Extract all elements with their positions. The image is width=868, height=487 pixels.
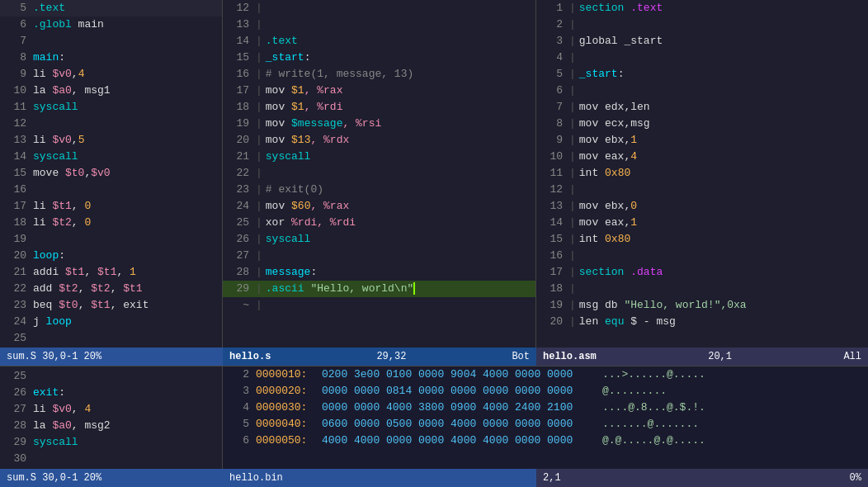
- line-content: [579, 281, 865, 297]
- code-line: 13 li $v0,5: [0, 132, 222, 149]
- line-number: 11: [540, 165, 563, 182]
- line-number: 9: [540, 132, 563, 149]
- line-content: mov $60, %rax: [266, 198, 532, 215]
- line-number: 23: [226, 182, 249, 198]
- line-content: exit:: [33, 385, 219, 401]
- line-divider: |: [256, 33, 262, 50]
- line-content: [266, 297, 532, 314]
- code-token: 5: [78, 134, 85, 146]
- line-content: [266, 17, 532, 33]
- line-content: addi $t1, $t1, 1: [33, 264, 219, 281]
- code-line: 29| .ascii "Hello, world\n": [223, 281, 535, 297]
- code-area-bottom-left[interactable]: 2526exit:27 li $v0, 428 la $a0, msg229 s…: [0, 366, 222, 467]
- line-content: [33, 33, 219, 50]
- line-content: [579, 248, 865, 264]
- code-line: 1|section .text: [536, 0, 868, 17]
- code-token: move: [33, 167, 65, 179]
- code-area-left[interactable]: 5 .text6 .globl main78main:9 li $v0,410 …: [0, 0, 222, 348]
- code-token: , %rdi: [304, 101, 343, 113]
- line-content: int 0x80: [579, 231, 865, 248]
- hex-address: 0000050:: [256, 433, 322, 449]
- code-area-middle[interactable]: 12|13|14| .text15|_start:16| # write(1, …: [223, 0, 535, 348]
- line-number: 12: [540, 182, 563, 198]
- code-token: mov: [266, 200, 291, 212]
- line-content: [33, 116, 219, 132]
- line-content: beq $t0, $t1, exit: [33, 297, 219, 314]
- hex-address: 0000040:: [256, 416, 322, 433]
- line-number: 16: [226, 66, 249, 83]
- code-line: ~|: [223, 297, 535, 314]
- code-token: li: [33, 200, 52, 212]
- line-content: len equ $ - msg: [579, 314, 865, 330]
- code-line: 25: [0, 368, 222, 385]
- code-token: $t0: [59, 299, 78, 311]
- line-number: 13: [540, 198, 563, 215]
- code-line: 22|: [223, 165, 535, 182]
- line-content: msg db "Hello, world!",0xa: [579, 297, 865, 314]
- line-content: .text: [33, 0, 219, 17]
- code-token: .text: [33, 2, 65, 14]
- bottom-status-middle-text: hello.bin: [229, 472, 283, 484]
- line-number: 12: [3, 116, 26, 132]
- code-token: message: [266, 266, 311, 278]
- line-number: 22: [3, 281, 26, 297]
- line-content: mov $13, %rdx: [266, 132, 532, 149]
- line-number: 26: [3, 385, 26, 401]
- code-token: $t2: [52, 216, 71, 229]
- code-token: li: [33, 216, 52, 229]
- line-number: 7: [540, 99, 563, 116]
- code-token: mov ebx,: [579, 200, 630, 212]
- code-line: 8| mov ecx,msg: [536, 116, 868, 132]
- hex-address: 0000010:: [256, 366, 322, 383]
- code-line: 29 syscall: [0, 434, 222, 451]
- line-content: _start:: [579, 66, 865, 83]
- line-content: [579, 83, 865, 99]
- line-content: syscall: [33, 434, 219, 451]
- line-divider: |: [569, 297, 576, 314]
- line-content: mov eax,4: [579, 149, 865, 165]
- line-content: li $t1, 0: [33, 198, 219, 215]
- code-line: 3| global _start: [536, 33, 868, 50]
- code-line: 24| mov $60, %rax: [223, 198, 535, 215]
- code-line: 27|: [223, 248, 535, 264]
- line-content: .text: [266, 33, 532, 50]
- code-token: $message: [291, 117, 342, 130]
- line-divider: |: [256, 132, 262, 149]
- line-content: mov $1, %rax: [266, 83, 532, 99]
- code-token: $v0: [52, 403, 71, 415]
- code-area-right[interactable]: 1|section .text2|3| global _start4|5|_st…: [536, 0, 868, 348]
- code-line: 26| syscall: [223, 231, 535, 248]
- line-divider: |: [256, 149, 262, 165]
- code-token: syscall: [33, 436, 78, 448]
- line-content: [266, 165, 532, 182]
- hex-line: 20000010: 0200 3e00 0100 0000 9004 4000 …: [223, 366, 868, 383]
- line-number: 17: [226, 83, 249, 99]
- code-token: .ascii: [266, 282, 311, 295]
- pane-right: 1|section .text2|3| global _start4|5|_st…: [536, 0, 868, 348]
- line-content: li $v0,4: [33, 66, 219, 83]
- line-divider: |: [569, 50, 576, 66]
- hex-bytes: 0600 0000 0500 0000 4000 0000 0000 0000: [322, 416, 602, 433]
- code-token: ,: [72, 134, 78, 146]
- code-token: mov ebx,: [579, 134, 630, 146]
- status-middle-filename: hello.s: [229, 351, 271, 362]
- line-divider: |: [256, 0, 262, 17]
- pane-left: 5 .text6 .globl main78main:9 li $v0,410 …: [0, 0, 223, 348]
- editor-container: 5 .text6 .globl main78main:9 li $v0,410 …: [0, 0, 868, 487]
- line-content: add $t2, $t2, $t1: [33, 281, 219, 297]
- status-bar-middle: hello.s 29,32 Bot: [223, 348, 536, 366]
- code-token: .data: [624, 266, 663, 278]
- line-content: la $a0, msg1: [33, 83, 219, 99]
- line-divider: |: [256, 264, 262, 281]
- code-token: ,: [72, 68, 78, 80]
- line-content: [33, 330, 219, 347]
- line-number: 1: [540, 0, 563, 17]
- code-line: 16|: [536, 248, 868, 264]
- code-line: 19: [0, 231, 222, 248]
- panes-bottom: 2526exit:27 li $v0, 428 la $a0, msg229 s…: [0, 366, 868, 469]
- code-line: 8main:: [0, 50, 222, 66]
- line-number: 21: [3, 264, 26, 281]
- code-line: 14| mov eax,1: [536, 215, 868, 231]
- line-content: [33, 368, 219, 385]
- line-divider: |: [256, 281, 262, 297]
